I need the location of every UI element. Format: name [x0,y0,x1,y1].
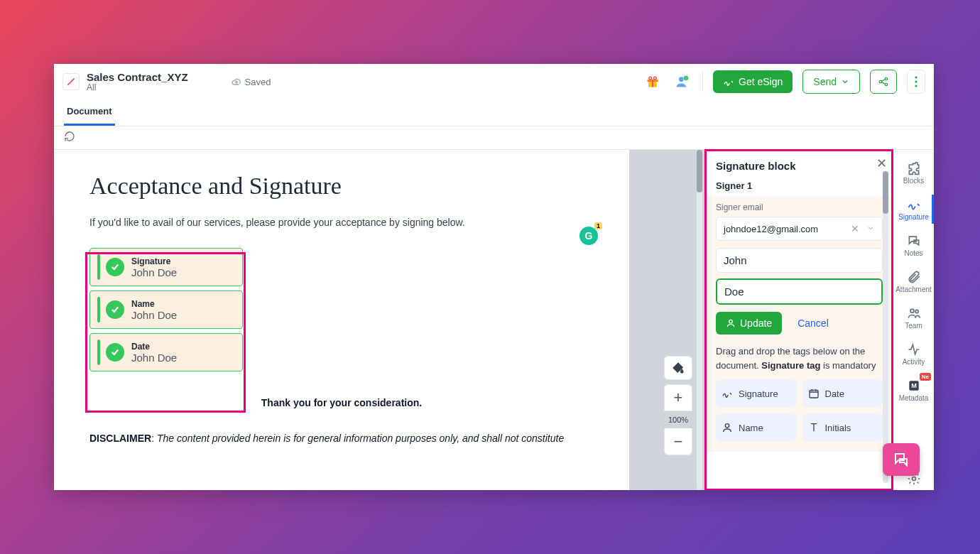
refresh-icon[interactable] [64,132,75,144]
svg-point-18 [915,310,918,313]
clear-email-icon[interactable]: ✕ [851,223,859,234]
svg-point-13 [915,85,917,87]
share-icon [878,76,889,87]
add-user-icon[interactable] [673,72,692,92]
main-area: Acceptance and Signature If you'd like t… [54,150,934,490]
get-esign-button[interactable]: Get eSign [713,70,793,93]
check-icon [106,300,124,319]
page-heading: Acceptance and Signature [89,173,594,200]
user-icon [722,422,733,433]
tab-document[interactable]: Document [64,100,115,126]
tag-name[interactable]: Name [716,413,797,442]
intro-text: If you'd like to avail of our services, … [89,217,594,228]
fill-tool-button[interactable] [664,356,692,380]
signature-field-signature[interactable]: Signature John Doe [89,248,243,286]
tag-label: Name [739,423,763,433]
update-label: Update [740,317,772,329]
thanks-text: Thank you for your consideration. [89,397,594,408]
text-icon [808,422,820,433]
rail-activity[interactable]: Activity [893,338,934,370]
paperclip-icon [907,270,921,284]
tag-initials[interactable]: Initials [802,413,883,442]
accent-bar [97,340,100,365]
tag-signature[interactable]: Signature [716,379,797,408]
panel-scrollbar[interactable] [886,171,891,483]
canvas-scrollbar[interactable] [695,150,705,490]
gift-icon[interactable] [643,72,663,92]
document-canvas: Acceptance and Signature If you'd like t… [54,150,705,490]
chat-fab[interactable] [883,443,920,476]
sub-toolbar [54,126,934,150]
svg-point-4 [649,77,652,80]
rail-metadata[interactable]: Ne M Metadata [893,374,934,406]
tag-date[interactable]: Date [802,379,883,408]
signature-block-panel: ✕ Signature block Signer 1 Signer email … [705,150,893,490]
rail-label: Notes [904,249,922,257]
save-status: Saved [231,76,271,87]
disclaimer-text: The content provided herein is for gener… [157,433,564,444]
grammarly-count: 1 [594,222,602,229]
chat-bubble-icon [893,451,910,468]
rail-notes[interactable]: Notes [893,229,934,261]
svg-point-21 [912,477,915,481]
paint-bucket-icon [672,362,685,374]
svg-point-6 [679,77,684,82]
zoom-level: 100% [668,416,688,424]
document-page: Acceptance and Signature If you'd like t… [54,150,629,490]
calendar-icon [808,388,820,399]
doc-title: Sales Contract_XYZ [87,71,188,83]
signer-email-value: johndoe12@gmail.com [724,224,818,234]
svg-point-12 [915,80,917,82]
dots-vertical-icon [915,76,918,87]
rail-team[interactable]: Team [893,302,934,334]
svg-point-5 [654,77,657,80]
signer-heading: Signer 1 [706,180,893,191]
signature-icon [723,76,734,87]
send-label: Send [813,76,837,87]
share-button[interactable] [870,70,897,94]
svg-point-11 [915,76,917,78]
divider [702,72,703,92]
update-button[interactable]: Update [716,312,782,335]
right-rail: Blocks Signature Notes Attachment Team A… [893,150,934,490]
doc-subtitle: All [87,82,188,92]
grammarly-letter: G [585,230,593,241]
svg-point-17 [910,309,914,313]
tag-label: Signature [739,389,778,399]
tag-grid: Signature Date Name Initials [716,379,883,442]
zoom-in-button[interactable]: + [664,384,692,411]
signer-form: Signer email johndoe12@gmail.com ✕ Updat… [706,195,893,452]
grammarly-badge[interactable]: G 1 [579,227,598,245]
rail-label: Activity [903,358,925,366]
svg-rect-3 [648,80,658,81]
chevron-down-icon [841,77,849,86]
first-name-input[interactable] [716,248,883,273]
get-esign-label: Get eSign [739,76,783,87]
puzzle-icon [907,161,921,175]
email-label: Signer email [716,202,883,212]
rail-label: Attachment [895,286,932,293]
last-name-input[interactable] [716,278,883,305]
chat-icon [907,234,921,248]
check-icon [106,258,124,276]
signature-field-date[interactable]: Date John Doe [89,333,243,371]
drag-hint: Drag and drop the tags below on the docu… [716,344,883,372]
signature-icon [907,197,921,212]
chevron-down-icon[interactable] [866,224,875,234]
rail-blocks[interactable]: Blocks [893,157,934,189]
field-value: John Doe [131,352,177,364]
field-label: Signature [131,256,177,266]
panel-title: Signature block [706,160,893,172]
rail-attachment[interactable]: Attachment [893,266,934,298]
activity-icon [907,342,921,357]
svg-rect-2 [652,80,653,87]
cancel-link[interactable]: Cancel [797,317,829,329]
signature-icon [722,388,733,399]
close-panel-button[interactable]: ✕ [876,156,887,171]
rail-signature[interactable]: Signature [893,193,934,225]
signature-field-name[interactable]: Name John Doe [89,290,243,329]
zoom-out-button[interactable]: − [664,428,692,455]
signer-email-select[interactable]: johndoe12@gmail.com ✕ [716,217,883,241]
send-button[interactable]: Send [802,70,860,94]
more-menu-button[interactable] [907,70,925,94]
